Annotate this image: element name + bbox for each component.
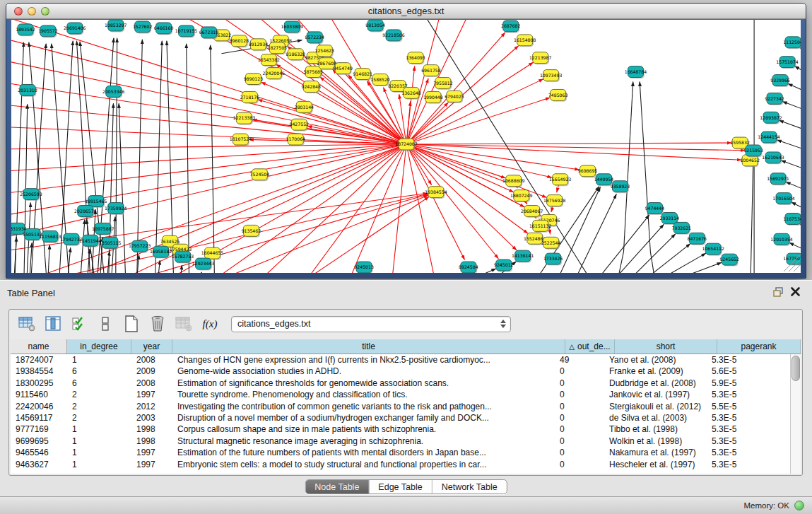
cell-in_degree[interactable]: 1	[67, 354, 131, 366]
graph-node[interactable]: 17016504	[772, 193, 794, 205]
cell-out_de[interactable]: 0	[555, 424, 604, 435]
delete-table-icon[interactable]	[175, 315, 193, 333]
cell-pagerank[interactable]: 5.9E-5	[707, 378, 790, 389]
cell-year[interactable]: 1998	[131, 424, 172, 435]
graph-node[interactable]: 15751074	[776, 57, 798, 69]
graph-node[interactable]: 8572234	[305, 32, 324, 44]
graph-node[interactable]: 9890123	[244, 74, 264, 86]
graph-node[interactable]: 2718176	[240, 91, 260, 103]
column-header-in_degree[interactable]: in_degree	[67, 339, 131, 354]
cell-year[interactable]: 2008	[131, 354, 172, 366]
cell-name[interactable]: 9463627	[11, 459, 67, 470]
graph-node[interactable]: 7932621	[672, 222, 692, 234]
graph-node[interactable]: 2031310	[18, 84, 37, 96]
graph-node[interactable]: 9227342	[765, 93, 784, 105]
graph-node[interactable]: 9358923	[611, 181, 630, 193]
table-row[interactable]: 1456911722003Disruption of a novel membe…	[11, 412, 790, 424]
graph-node[interactable]: 15692971	[767, 173, 789, 185]
minimize-window-icon[interactable]	[28, 7, 36, 16]
show-columns-icon[interactable]	[44, 315, 62, 333]
graph-node[interactable]: 17359924	[105, 203, 126, 215]
tab-edge-table[interactable]: Edge Table	[368, 480, 431, 493]
graph-node[interactable]: 1440954	[594, 174, 614, 186]
graph-node[interactable]: 25206593	[20, 189, 42, 201]
tab-node-table[interactable]: Node Table	[305, 480, 368, 493]
cell-pagerank[interactable]: 5.3E-5	[707, 436, 790, 447]
close-window-icon[interactable]	[14, 7, 23, 16]
table-row[interactable]: 946362711997Embryonic stem cells: a mode…	[11, 459, 790, 470]
graph-node[interactable]: 1893542	[16, 24, 35, 36]
graph-node[interactable]: 2803144	[295, 101, 314, 113]
cell-out_de[interactable]: 0	[555, 366, 604, 377]
table-mode-icon[interactable]	[18, 315, 36, 333]
cell-year[interactable]: 2008	[131, 378, 172, 389]
table-row[interactable]: 1872400712008Changes of HCN gene express…	[11, 354, 790, 366]
cell-out_de[interactable]: 0	[555, 389, 604, 400]
cell-pagerank[interactable]: 5.3E-5	[707, 354, 790, 366]
graph-node[interactable]: 12444154	[758, 132, 779, 144]
cell-in_degree[interactable]: 6	[67, 366, 131, 377]
cell-title[interactable]: Disruption of a novel member of a sodium…	[172, 412, 555, 424]
cell-title[interactable]: Tourette syndrome. Phenomenology and cla…	[172, 389, 555, 400]
graph-node[interactable]: 16782753	[172, 251, 194, 263]
graph-node[interactable]: 12010354	[770, 233, 792, 245]
cell-year[interactable]: 2009	[131, 366, 172, 377]
graph-node[interactable]: 12213383	[233, 112, 255, 124]
graph-node[interactable]: 9146821	[353, 69, 372, 81]
graph-node[interactable]: 1254623	[314, 45, 334, 57]
graph-node[interactable]: 1167534	[783, 213, 801, 225]
graph-node[interactable]: 7485063	[548, 89, 568, 101]
graph-node[interactable]: 10853297	[105, 20, 126, 32]
cell-name[interactable]: 18724007	[11, 354, 67, 366]
column-header-name[interactable]: name	[11, 339, 67, 354]
graph-node[interactable]: 17957223	[129, 240, 151, 252]
graph-node[interactable]: 10975887	[92, 223, 114, 235]
column-header-out_de[interactable]: △out_de...	[565, 339, 615, 354]
cell-short[interactable]: de Silva et al. (2003)	[604, 412, 707, 424]
table-row[interactable]: 1830029562008Estimation of significance …	[11, 378, 790, 389]
cell-name[interactable]: 9465546	[11, 447, 67, 458]
graph-node[interactable]: 16958187	[150, 246, 172, 258]
cell-name[interactable]: 9777169	[11, 424, 67, 435]
cell-year[interactable]: 2003	[131, 412, 172, 424]
graph-node[interactable]: 1362648	[401, 87, 421, 99]
cell-pagerank[interactable]: 5.3E-5	[707, 389, 790, 400]
cell-out_de[interactable]: 0	[555, 401, 604, 412]
graph-node[interactable]: 11156813	[39, 230, 61, 243]
graph-node[interactable]: 1588520	[370, 74, 390, 86]
graph-node[interactable]: 92218506	[382, 30, 404, 42]
cell-in_degree[interactable]: 1	[67, 436, 131, 447]
graph-node[interactable]: 8454749	[333, 63, 353, 75]
graph-node[interactable]: 8924504	[459, 262, 478, 273]
graph-node[interactable]: 1905572	[38, 25, 58, 37]
graph-node[interactable]: 18807249	[510, 190, 532, 202]
cell-short[interactable]: Yano et al. (2008)	[604, 354, 707, 366]
graph-node[interactable]: 20053346	[102, 86, 124, 98]
graph-node[interactable]: 1527602	[133, 21, 153, 33]
cell-title[interactable]: Changes of HCN gene expression and I(f) …	[172, 354, 555, 366]
delete-columns-icon[interactable]	[148, 315, 167, 333]
table-select-dropdown[interactable]: citations_edges.txt	[231, 316, 511, 332]
cell-in_degree[interactable]: 1	[67, 459, 131, 470]
scrollbar-thumb[interactable]	[792, 356, 800, 381]
row-height-icon[interactable]	[96, 315, 114, 333]
cell-in_degree[interactable]: 2	[67, 401, 131, 412]
graph-node[interactable]: 6672319	[199, 27, 219, 39]
table-row[interactable]: 977716911998Corpus callosum shape and si…	[11, 424, 790, 435]
cell-year[interactable]: 2012	[131, 401, 172, 412]
graph-node[interactable]: 9215953	[743, 145, 763, 157]
graph-node[interactable]: 1364093	[406, 52, 425, 64]
float-panel-icon[interactable]	[772, 287, 784, 298]
function-builder-icon[interactable]: f(x)	[201, 315, 219, 333]
cell-name[interactable]: 9699695	[11, 436, 67, 447]
graph-node[interactable]: 1170064	[286, 134, 306, 146]
graph-node[interactable]: 9135462	[242, 225, 261, 237]
graph-node[interactable]: 1112504	[783, 37, 801, 49]
cell-short[interactable]: Wolkin et al. (1998)	[604, 436, 707, 447]
table-vertical-scrollbar[interactable]	[790, 354, 801, 474]
cell-out_de[interactable]: 0	[555, 412, 604, 424]
graph-node[interactable]: 16033809	[281, 21, 303, 33]
column-header-pagerank[interactable]: pagerank	[717, 339, 801, 354]
graph-node[interactable]: 22420046	[263, 68, 285, 80]
create-column-icon[interactable]	[122, 315, 141, 333]
